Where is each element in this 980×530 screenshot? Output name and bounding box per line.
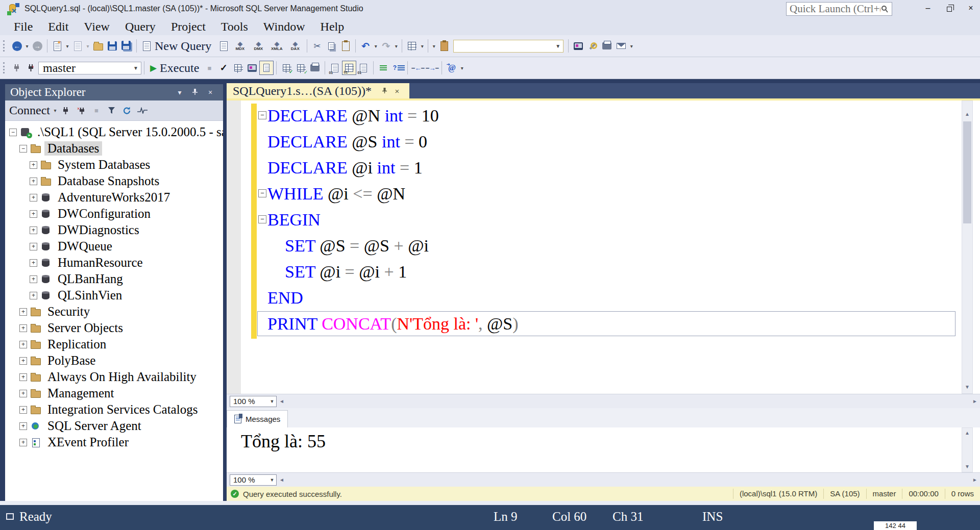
save-icon[interactable] [105,39,119,53]
menu-project[interactable]: Project [163,20,213,34]
tree-item[interactable]: +AdventureWorks2017 [5,189,223,206]
scroll-left-icon[interactable]: ◄ [277,477,287,483]
toolbar-combobox[interactable]: ▼ [453,40,564,53]
client-statistics-icon[interactable] [308,61,322,75]
tree-item-label[interactable]: DWQueue [55,239,115,254]
wrench-icon[interactable] [585,39,600,53]
toolbar2-options-dropdown-icon[interactable]: ▾ [459,65,465,71]
increase-indent-icon[interactable]: −→− [425,61,439,75]
editor-vertical-scrollbar[interactable]: ▲ ▼ [962,100,973,394]
quick-launch-input[interactable]: Quick Launch (Ctrl+( [786,2,892,16]
tree-item-label[interactable]: Database Snapshots [55,174,162,188]
undo-icon[interactable]: ↶ [358,39,373,53]
toolbar-grip[interactable] [3,62,6,73]
tree-item-label[interactable]: Always On High Availability [44,370,200,384]
copy-icon[interactable] [324,39,338,53]
collapse-icon[interactable]: − [19,145,27,153]
expand-icon[interactable]: + [30,243,37,250]
menu-help[interactable]: Help [313,20,352,34]
menu-view[interactable]: View [76,20,117,34]
tree-item-label[interactable]: Server Objects [44,321,126,335]
fold-collapse-icon[interactable]: − [258,111,266,119]
printer-icon[interactable] [600,39,614,53]
menu-tools[interactable]: Tools [213,20,256,34]
scroll-right-icon[interactable]: ► [970,398,980,404]
expand-icon[interactable]: + [19,373,27,381]
toolbar-grip[interactable] [3,40,6,52]
new-project-icon[interactable] [50,39,64,53]
scroll-down-icon[interactable]: ▼ [962,462,972,472]
code-line[interactable]: −BEGIN [227,207,980,233]
messages-pane[interactable]: Tổng là: 55 ▲ ▼ [227,427,980,472]
tree-item[interactable]: +HumanResource [5,255,223,271]
expand-icon[interactable]: + [30,161,37,169]
tree-item-label[interactable]: Management [44,386,117,400]
menu-edit[interactable]: Edit [40,20,76,34]
cancel-query-icon[interactable]: ■ [202,61,216,75]
menu-window[interactable]: Window [256,20,313,34]
close-button[interactable]: × [960,0,980,16]
parse-icon[interactable]: ✓ [216,61,231,75]
add-item-dropdown-icon[interactable]: ▾ [85,43,91,49]
menu-file[interactable]: File [6,20,40,34]
template-parameters-icon[interactable]: @➜ [445,61,459,75]
expand-icon[interactable]: + [30,226,37,234]
editor-zoom-combobox[interactable]: 100 %▼ [230,396,277,407]
disconnect-icon[interactable]: × [74,104,89,118]
back-dropdown-icon[interactable]: ▾ [24,43,30,49]
tree-item-label[interactable]: DWDiagnostics [55,223,142,237]
tree-item[interactable]: +PolyBase [5,352,223,369]
code-line[interactable]: END [227,285,980,311]
tree-item[interactable]: +XEvent Profiler [5,434,223,450]
connect-dropdown-icon[interactable]: ▾ [52,108,58,113]
expand-icon[interactable]: + [19,357,27,365]
include-actual-plan-icon[interactable]: ✓ [279,61,293,75]
tree-item-label[interactable]: AdventureWorks2017 [55,190,173,205]
code-line[interactable]: SET @i = @i + 1 [227,259,980,285]
xmla-query-icon[interactable]: ◈XMLA [267,41,286,51]
expand-icon[interactable]: + [19,439,27,446]
activity-monitor-icon[interactable] [135,104,150,118]
change-connection-icon[interactable]: × [24,61,38,75]
back-icon[interactable]: ← [10,39,24,53]
tree-item-label[interactable]: XEvent Profiler [44,435,132,449]
query-options-icon[interactable] [245,61,259,75]
messages-vertical-scrollbar[interactable]: ▲ ▼ [962,427,973,472]
dax-query-icon[interactable]: ◈DAX [286,41,304,51]
database-combobox-caret-icon[interactable]: ▼ [131,65,141,71]
object-explorer-header[interactable]: Object Explorer ▾ × [5,84,223,100]
results-to-file-icon[interactable]: 01 [356,61,371,75]
database-engine-query-icon[interactable] [216,39,231,53]
mail-icon[interactable] [614,39,628,53]
expand-icon[interactable]: + [30,292,37,299]
code-line[interactable]: DECLARE @S int = 0 [227,129,980,155]
dmx-query-icon[interactable]: ◈DMX [249,41,267,51]
tree-item-label[interactable]: Integration Services Catalogs [44,402,201,417]
tree-item-label[interactable]: QLSinhVien [55,288,125,302]
new-query-button[interactable]: New Query [155,39,211,53]
close-panel-icon[interactable]: × [203,88,218,96]
combobox-caret-icon[interactable]: ▼ [553,43,563,49]
activity-chart-icon[interactable] [405,39,419,53]
scroll-up-icon[interactable]: ▲ [962,109,972,119]
expand-icon[interactable]: + [30,178,37,185]
redo-dropdown-icon[interactable]: ▾ [393,43,399,49]
connect-icon[interactable] [10,61,24,75]
tree-item-label[interactable]: SQL Server Agent [44,419,144,433]
tree-item[interactable]: +Management [5,385,223,401]
expand-icon[interactable]: + [19,341,27,348]
live-query-statistics-icon[interactable]: ✓ [293,61,308,75]
scroll-left-icon[interactable]: ◄ [277,398,287,404]
tree-item[interactable]: +Database Snapshots [5,173,223,189]
minimize-button[interactable]: – [917,0,939,16]
messages-tab[interactable]: Messages [227,410,288,427]
tree-item-label[interactable]: Security [44,305,93,319]
connect-plug-icon[interactable] [58,104,74,118]
tree-item[interactable]: −Databases [5,140,223,157]
intellisense-enabled-icon[interactable] [259,61,274,75]
tree-item[interactable]: +DWDiagnostics [5,222,223,238]
code-line[interactable]: DECLARE @i int = 1 [227,155,980,181]
expand-icon[interactable]: + [19,308,27,316]
tree-item[interactable]: +Server Objects [5,320,223,336]
tree-item[interactable]: +QLSinhVien [5,287,223,304]
